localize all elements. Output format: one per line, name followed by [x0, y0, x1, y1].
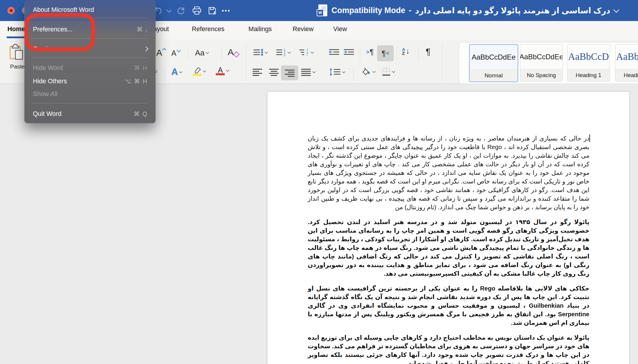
tab-mailings[interactable]: Mailings	[248, 25, 272, 33]
numbering-button[interactable]: 1 2 3	[276, 48, 291, 57]
paint-bucket-icon	[361, 67, 371, 76]
print-icon[interactable]	[192, 5, 202, 16]
tab-review[interactable]: Review	[293, 25, 314, 33]
compatibility-mode-label: Compatibility Mode	[331, 6, 405, 15]
document-text[interactable]: در حالی که بسیاری از هنرمندان معاصر ، به…	[308, 134, 589, 364]
document-page[interactable]: در حالی که بسیاری از هنرمندان معاصر ، به…	[267, 91, 630, 364]
align-right-button[interactable]	[281, 66, 298, 80]
justify-icon	[301, 68, 311, 76]
paragraph[interactable]: حکاکی های لالایی ها بلافاصله Rego را به …	[308, 284, 589, 327]
bullets-button[interactable]	[253, 48, 268, 57]
show-paragraph-marks-button[interactable]: ¶	[426, 47, 430, 57]
document-workspace: در حالی که بسیاری از هنرمندان معاصر ، به…	[0, 84, 638, 364]
word-app-window: { "titlebar": { "compatibility": "Compat…	[0, 0, 638, 364]
paste-clipboard-icon	[8, 44, 24, 60]
increase-indent-icon	[343, 48, 355, 57]
font-color-button[interactable]: A	[216, 66, 229, 75]
menu-item-hide-others[interactable]: Hide Others ⌥ ⌘ H	[25, 75, 155, 88]
highlighter-icon	[193, 67, 202, 74]
active-tab-indicator	[7, 36, 27, 38]
borders-button[interactable]	[382, 67, 395, 76]
shading-button[interactable]	[361, 67, 376, 76]
highlight-color-button[interactable]	[193, 67, 206, 76]
rtl-direction-button[interactable]: ¶ <	[377, 45, 394, 61]
tab-home[interactable]: Home	[7, 25, 25, 33]
close-button[interactable]	[7, 7, 15, 14]
decrease-indent-button[interactable]	[328, 48, 340, 57]
document-title: درک اساسی از هنرمند پائولا رگو دو پایه ا…	[415, 6, 610, 15]
window-title: W Compatibility Mode - درک اساسی از هنرم…	[317, 0, 618, 21]
word-doc-icon: W	[317, 4, 328, 17]
svg-text:i: i	[307, 54, 307, 57]
submenu-arrow-icon	[143, 47, 149, 52]
unsaved-dot	[10, 9, 12, 12]
bullet-list-icon	[253, 48, 264, 57]
style-no-spacing[interactable]: AaBbCcDdEe No Spacing	[520, 44, 563, 82]
paragraph[interactable]: پائولا به عنوان یک داستان نویس به مخاطب …	[308, 333, 589, 364]
style-normal[interactable]: AaBbCcDdEe Normal	[469, 44, 518, 82]
menu-item-hide-word: Hide Word ⌘ H	[25, 61, 155, 74]
numbered-list-icon: 1 2 3	[276, 48, 286, 57]
tab-references[interactable]: References	[192, 25, 224, 33]
menu-separator	[32, 58, 148, 58]
menu-separator	[32, 103, 148, 103]
annotation-highlight-preferences	[25, 13, 95, 51]
justify-button[interactable]	[301, 68, 316, 76]
title-chevron-icon[interactable]	[613, 7, 619, 13]
align-left-button[interactable]	[252, 68, 263, 76]
grow-font-button[interactable]: A	[156, 48, 166, 58]
tab-view[interactable]: View	[333, 25, 347, 33]
shrink-font-button[interactable]: A	[171, 49, 180, 58]
align-center-button[interactable]	[269, 68, 279, 76]
change-case-button[interactable]: Aa	[195, 48, 209, 58]
menu-item-show-all: Show All	[25, 87, 155, 100]
multilevel-list-button[interactable]: 1 a i	[299, 48, 314, 57]
styles-gallery: AaBbCcDdEe Normal AaBbCcDdEe No Spacing …	[459, 42, 638, 84]
save-icon[interactable]	[208, 5, 218, 16]
align-center-icon	[269, 68, 279, 76]
borders-icon	[382, 67, 391, 76]
menu-item-quit-word[interactable]: Quit Word ⌘ Q	[25, 107, 155, 120]
decrease-indent-icon	[328, 48, 340, 57]
line-spacing-icon	[329, 68, 341, 76]
redo-icon[interactable]	[176, 5, 186, 16]
undo-dropdown-icon[interactable]	[164, 5, 174, 16]
paragraph[interactable]: در حالی که بسیاری از هنرمندان معاصر ، به…	[308, 134, 589, 211]
title-separator: -	[409, 6, 411, 15]
increase-indent-button[interactable]	[343, 48, 355, 57]
svg-text:3: 3	[284, 54, 285, 57]
text-cursor	[589, 134, 590, 142]
paragraph[interactable]: پائولا رگو در سال ۱۹۳۵ در لیسبون متولد ش…	[308, 218, 589, 278]
more-commands-icon[interactable]: •••	[222, 5, 231, 16]
line-spacing-button[interactable]	[329, 68, 345, 76]
align-right-icon	[284, 69, 295, 77]
style-heading-1[interactable]: AaBbCcD Heading 1	[567, 44, 610, 82]
ltr-direction-button[interactable]: > ¶	[366, 48, 374, 56]
style-heading-2[interactable]: AaBbCcD Heading 2	[615, 44, 638, 82]
multilevel-list-icon: 1 a i	[299, 48, 310, 57]
clear-formatting-button[interactable]: A	[228, 47, 239, 57]
sort-button[interactable]: A Z ↓	[402, 47, 410, 56]
align-left-icon	[252, 68, 263, 76]
text-effects-button[interactable]: A	[171, 67, 182, 77]
